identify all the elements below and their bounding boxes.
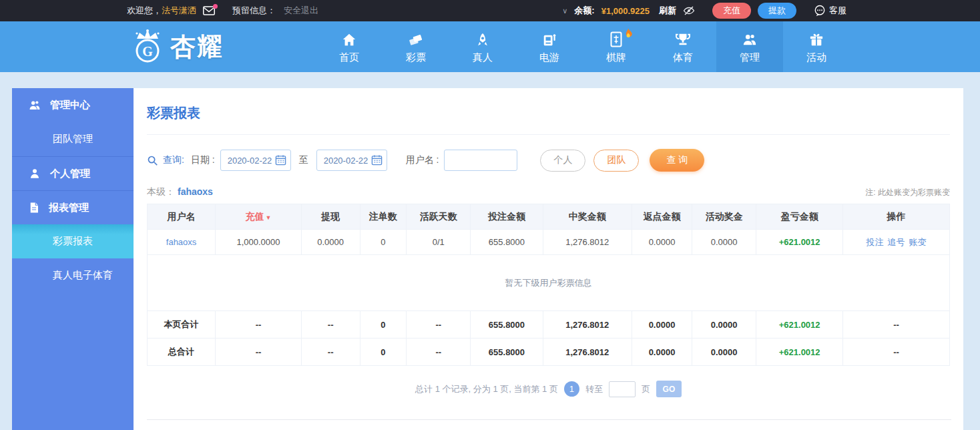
deposit-button[interactable]: 充值 — [712, 3, 751, 19]
total-cell: 655.8000 — [471, 311, 543, 339]
cell-win-amount: 1,276.8012 — [543, 230, 632, 255]
nav-item-live[interactable]: 真人 — [449, 21, 516, 72]
action-account-change-link[interactable]: 账变 — [909, 237, 927, 247]
date-from-input[interactable] — [220, 150, 291, 171]
level-username-link[interactable]: fahaoxs — [178, 186, 213, 197]
withdraw-button[interactable]: 提款 — [758, 3, 796, 19]
trophy-icon — [676, 33, 690, 47]
nav-menu: 首页 彩票 真人 电游 — [316, 21, 850, 72]
sidebar-item-personal-manage[interactable]: 个人管理 — [12, 156, 134, 190]
search-button[interactable]: 查 询 — [650, 149, 704, 172]
cell-withdraw: 0.0000 — [301, 230, 360, 255]
sidebar-item-label: 报表管理 — [49, 202, 89, 214]
total-cell: -- — [843, 339, 950, 366]
eye-slash-icon[interactable] — [683, 5, 695, 16]
nav-item-label: 棋牌 — [606, 51, 626, 64]
nav-item-home[interactable]: 首页 — [316, 21, 383, 72]
nav-item-egames[interactable]: 电游 — [516, 21, 583, 72]
total-cell: 0 — [360, 311, 407, 339]
total-cell: 0.0000 — [632, 311, 692, 339]
nav-item-promos[interactable]: 活动 — [783, 21, 850, 72]
brand-name: 杏耀 — [170, 30, 224, 64]
date-to-label: 至 — [299, 154, 308, 166]
header-bet-count: 注单数 — [360, 204, 407, 230]
action-bet-link[interactable]: 投注 — [867, 237, 884, 247]
sidebar-item-team-manage[interactable]: 团队管理 — [12, 122, 134, 156]
nav-item-sports[interactable]: 体育 — [650, 21, 716, 72]
mail-button[interactable] — [203, 6, 215, 15]
nav-item-label: 首页 — [339, 51, 359, 64]
home-icon — [342, 33, 356, 47]
total-cell-profit: +621.0012 — [756, 339, 843, 366]
cell-actions: 投注追号账变 — [843, 230, 950, 255]
nav-item-label: 电游 — [539, 51, 559, 64]
sidebar-item-lottery-report[interactable]: 彩票报表 — [12, 224, 134, 258]
header-username: 用户名 — [148, 204, 216, 230]
main-nav: G 杏耀 首页 彩票 真人 — [0, 21, 980, 72]
sidebar-item-manage-center[interactable]: 管理中心 — [12, 88, 134, 122]
total-cell: -- — [407, 311, 471, 339]
crown-emblem-icon: G — [130, 28, 165, 65]
go-button[interactable]: GO — [656, 381, 682, 397]
balance-value: ¥1,000.9225 — [601, 6, 650, 16]
page-number-button[interactable]: 1 — [564, 381, 579, 397]
personal-filter-button[interactable]: 个人 — [540, 150, 585, 172]
svg-text:G: G — [142, 44, 153, 59]
sidebar-item-label: 彩票报表 — [53, 235, 93, 248]
gift-icon — [809, 33, 824, 47]
total-cell: 0.0000 — [692, 339, 756, 366]
sidebar-item-live-esports[interactable]: 真人电子体育 — [12, 258, 134, 292]
rocket-icon — [475, 33, 490, 47]
total-cell: -- — [301, 339, 360, 366]
customer-service-button[interactable]: 客服 — [814, 5, 846, 17]
nav-item-lottery[interactable]: 彩票 — [383, 21, 449, 72]
sidebar-item-report-manage[interactable]: 报表管理 — [12, 190, 134, 224]
cell-activity-bonus: 0.0000 — [692, 230, 756, 255]
date-to-input[interactable] — [316, 150, 387, 171]
search-icon — [147, 155, 158, 166]
sidebar: 管理中心 团队管理 个人管理 报表管理 彩票报表 真人电子体育 — [12, 88, 134, 430]
level-row: 本级： fahaoxs 注: 此处账变为彩票账变 — [147, 186, 950, 198]
account-note: 注: 此处账变为彩票账变 — [865, 187, 950, 198]
divider — [147, 134, 950, 135]
goto-page-input[interactable] — [609, 381, 636, 397]
report-table: 用户名 充值▼ 提现 注单数 活跃天数 投注金额 中奖金额 返点金额 活动奖金 … — [147, 204, 950, 366]
header-deposit[interactable]: 充值▼ — [216, 204, 302, 230]
pagination: 总计 1 个记录, 分为 1 页, 当前第 1 页 1 转至 页 GO — [147, 381, 950, 397]
cell-deposit: 1,000.0000 — [216, 230, 302, 255]
sidebar-item-label: 真人电子体育 — [53, 269, 113, 282]
username-label: 用户名 : — [406, 154, 439, 166]
nav-item-boardgames[interactable]: 棋牌 — [583, 21, 650, 72]
total-cell: -- — [407, 339, 471, 366]
header-actions: 操作 — [843, 204, 950, 230]
cell-rebate: 0.0000 — [632, 230, 692, 255]
lottery-tickets-icon — [408, 33, 424, 47]
refresh-balance-link[interactable]: 刷新 — [659, 5, 676, 17]
sort-desc-icon[interactable]: ▼ — [266, 214, 272, 221]
grand-total-row: 总合计 -- -- 0 -- 655.8000 1,276.8012 0.000… — [148, 339, 950, 366]
reserved-message-label: 预留信息： — [232, 5, 276, 17]
cell-active-days: 0/1 — [407, 230, 471, 255]
logout-link[interactable]: 安全退出 — [284, 5, 318, 17]
level-label: 本级： — [147, 186, 175, 198]
divider — [147, 419, 951, 420]
team-filter-button[interactable]: 团队 — [593, 150, 639, 172]
action-chase-link[interactable]: 追号 — [888, 237, 905, 247]
header-active-days: 活跃天数 — [407, 204, 471, 230]
header-activity-bonus: 活动奖金 — [692, 204, 756, 230]
page-unit-label: 页 — [642, 383, 650, 395]
grand-total-label: 总合计 — [148, 339, 216, 366]
date-label: 日期 : — [191, 154, 215, 166]
total-cell: 0 — [360, 339, 407, 366]
nav-item-label: 体育 — [673, 51, 693, 64]
table-header-row: 用户名 充值▼ 提现 注单数 活跃天数 投注金额 中奖金额 返点金额 活动奖金 … — [148, 204, 950, 230]
main-panel: 彩票报表 查询: 日期 : 至 用户名 : 个人 — [134, 88, 963, 430]
total-cell: -- — [843, 311, 950, 339]
username-input[interactable] — [444, 150, 517, 171]
username-text: 法号潇洒 — [162, 5, 196, 17]
row-username-link[interactable]: fahaoxs — [166, 237, 197, 247]
nav-item-manage[interactable]: 管理 — [716, 21, 783, 72]
total-cell: 0.0000 — [632, 339, 692, 366]
brand-logo[interactable]: G 杏耀 — [130, 28, 224, 65]
chevron-down-icon[interactable]: ∨ — [562, 7, 567, 15]
